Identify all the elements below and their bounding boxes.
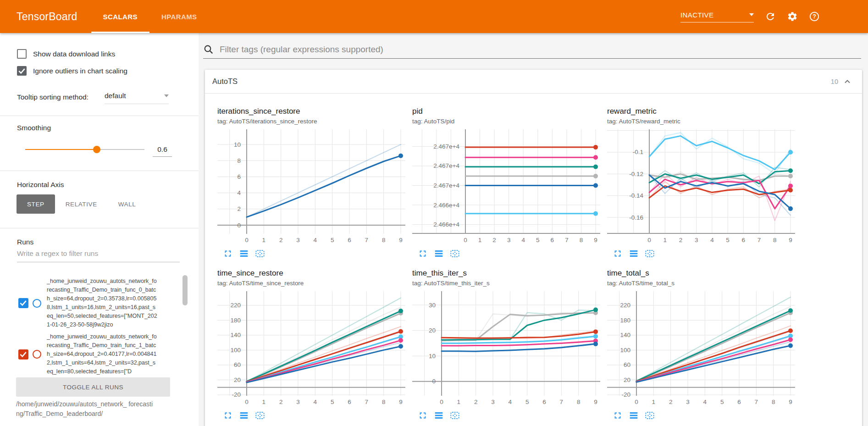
run-radio[interactable] (33, 299, 41, 308)
fullscreen-icon[interactable] (223, 249, 233, 259)
smoothing-slider[interactable] (25, 149, 144, 150)
x-tick-label: 1 (262, 398, 266, 405)
fit-domain-icon[interactable] (255, 410, 265, 420)
chart-actions (613, 249, 790, 259)
x-tick-label: 4 (314, 237, 317, 243)
x-tick-label: 5 (331, 398, 334, 405)
runs-scrollbar[interactable] (182, 275, 188, 305)
divider (0, 171, 199, 171)
fit-domain-icon[interactable] (645, 410, 655, 420)
x-tick-label: 1 (663, 237, 667, 243)
x-tick-label: 5 (536, 237, 540, 243)
chart-plot-pid[interactable]: 2.467e+42.467e+42.467e+42.466e+42.466e+4… (412, 129, 600, 245)
smoothing-slider-thumb[interactable] (93, 146, 100, 153)
fit-domain-icon[interactable] (450, 410, 460, 420)
series-endpoint-teal (788, 308, 793, 313)
axis-option-relative[interactable]: RELATIVE (55, 194, 108, 214)
y-tick-label: 2.466e+4 (433, 221, 459, 228)
checkbox-row[interactable]: Ignore outliers in chart scaling (17, 66, 127, 76)
filter-tags-input[interactable] (220, 44, 861, 55)
y-tick-label: 180 (230, 317, 241, 324)
series-endpoint-pink (788, 337, 793, 342)
x-tick-label: 4 (314, 398, 317, 405)
run-radio[interactable] (33, 350, 41, 359)
axis-option-wall[interactable]: WALL (108, 194, 147, 214)
chart-actions (613, 410, 790, 420)
chart-plot-time_since_restore[interactable]: 2201801401006020-200123456789 (217, 291, 405, 407)
tab-hparams[interactable]: HPARAMS (149, 0, 209, 33)
y-tick-label: 2.467e+4 (433, 182, 459, 189)
series-red (247, 332, 401, 382)
chart-plot-time_this_iter_s[interactable]: 30201000123456789 (412, 291, 600, 407)
x-tick-label: 9 (789, 237, 792, 243)
app-header: TensorBoard SCALARSHPARAMS INACTIVE ? (0, 0, 868, 33)
autots-card-header[interactable]: AutoTS 10 (205, 70, 862, 94)
run-checkbox[interactable] (18, 298, 28, 308)
y-tick-label: -0.14 (629, 192, 643, 199)
y-tick-label: 2.467e+4 (433, 143, 459, 150)
fullscreen-icon[interactable] (613, 410, 623, 420)
refresh-icon[interactable] (765, 11, 776, 22)
series-endpoint-blue-smoothed (398, 154, 403, 158)
run-item[interactable]: _home_junweid_zouwu_autots_network_forec… (0, 277, 193, 329)
chart-title: time_this_iter_s (412, 268, 595, 278)
fullscreen-icon[interactable] (613, 249, 623, 259)
chart-plot-iterations_since_restore[interactable]: 10864200123456789 (217, 129, 405, 245)
chart-title: reward_metric (607, 106, 790, 116)
status-dropdown[interactable]: INACTIVE (680, 11, 754, 22)
x-tick-label: 2 (492, 237, 496, 243)
sidebar: Show data download links Ignore outliers… (0, 33, 199, 426)
checkbox-icon[interactable] (17, 49, 27, 59)
fit-domain-icon[interactable] (255, 249, 265, 259)
x-tick-label: 4 (521, 237, 525, 243)
series-red (649, 186, 791, 198)
x-tick-label: 6 (742, 237, 746, 243)
gear-icon[interactable] (787, 11, 798, 22)
smoothing-value[interactable]: 0.6 (153, 145, 172, 157)
data-series-icon[interactable] (434, 249, 444, 259)
fit-domain-icon[interactable] (450, 249, 460, 259)
x-tick-label: 7 (365, 237, 369, 243)
data-series-icon[interactable] (239, 410, 249, 420)
chart-tag: tag: AutoTS/time_total_s (607, 279, 790, 287)
fit-domain-icon[interactable] (645, 249, 655, 259)
data-series-icon[interactable] (239, 249, 249, 259)
x-tick-label: 5 (331, 237, 334, 243)
run-item[interactable]: _home_junweid_zouwu_autots_network_forec… (0, 332, 193, 376)
checkbox-row[interactable]: Show data download links (17, 49, 115, 59)
y-tick-label: -0.1 (633, 149, 643, 155)
tab-scalars[interactable]: SCALARS (91, 0, 149, 33)
chart-plot-reward_metric[interactable]: -0.1-0.12-0.14-0.160123456789 (607, 129, 795, 245)
fullscreen-icon[interactable] (223, 410, 233, 420)
checkbox-icon[interactable] (17, 66, 27, 76)
axis-option-step[interactable]: STEP (17, 194, 55, 214)
y-tick-label: -20 (232, 391, 241, 398)
data-series-icon[interactable] (434, 410, 444, 420)
chevron-up-icon[interactable] (842, 76, 853, 87)
chart-count: 10 (831, 78, 838, 85)
series-endpoint-blue (593, 342, 598, 346)
series-cyan (649, 136, 791, 169)
series-endpoint-cyan (788, 150, 793, 155)
data-series-icon[interactable] (629, 410, 639, 420)
series-endpoint-pink (398, 338, 403, 343)
help-icon[interactable]: ? (809, 11, 820, 22)
chart-tag: tag: AutoTS/reward_metric (607, 117, 790, 125)
x-tick-label: 3 (296, 398, 300, 405)
tooltip-sorting-dropdown[interactable]: default (105, 92, 169, 104)
x-tick-label: 6 (542, 398, 546, 405)
x-tick-label: 1 (457, 398, 461, 405)
chart-plot-time_total_s[interactable]: 2201801401006020-200123456789 (607, 291, 795, 407)
toggle-all-runs-button[interactable]: TOGGLE ALL RUNS (16, 377, 170, 397)
fullscreen-icon[interactable] (418, 249, 428, 259)
x-tick-label: 4 (703, 398, 707, 405)
x-tick-label: 0 (647, 237, 651, 243)
y-tick-label: 10 (234, 141, 241, 148)
runs-filter-input[interactable] (17, 249, 180, 262)
run-checkbox[interactable] (18, 349, 28, 360)
search-icon (203, 44, 214, 55)
fullscreen-icon[interactable] (418, 410, 428, 420)
chart-card-time_since_restore: time_since_restoretag: AutoTS/time_since… (211, 268, 400, 420)
tooltip-sorting-label: Tooltip sorting method: (17, 93, 88, 101)
data-series-icon[interactable] (629, 249, 639, 259)
